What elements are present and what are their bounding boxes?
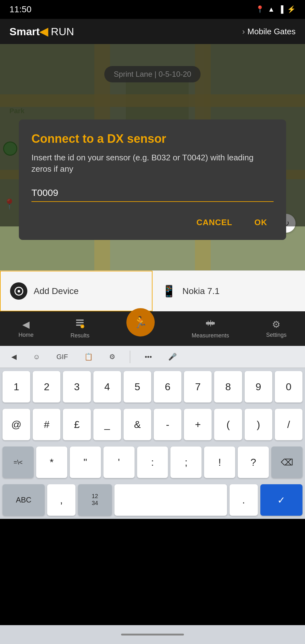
toolbar-divider: [130, 351, 130, 363]
key-9[interactable]: 9: [245, 371, 272, 402]
nav-measurements[interactable]: Measurements: [192, 318, 229, 339]
key-squote[interactable]: ': [103, 447, 135, 478]
key-close-paren[interactable]: ): [245, 409, 272, 440]
nav-results[interactable]: ✓ Results: [70, 318, 89, 339]
nokia-panel[interactable]: 📱 Nokia 7.1: [152, 271, 305, 311]
key-exclaim[interactable]: !: [204, 447, 235, 478]
nav-bar: ◀ Home ✓ Results 🏃 Measur: [0, 311, 305, 346]
space-key[interactable]: [114, 484, 227, 516]
cancel-button[interactable]: CANCEL: [190, 214, 239, 230]
svg-rect-10: [76, 322, 84, 323]
key-7[interactable]: 7: [184, 371, 212, 402]
nav-fab-button[interactable]: 🏃: [126, 308, 155, 336]
home-icon: ◀: [22, 319, 30, 330]
keyboard-more-button[interactable]: •••: [140, 350, 157, 364]
run-icon: 🏃: [133, 316, 147, 329]
settings-label: Settings: [266, 332, 286, 338]
key-0[interactable]: 0: [275, 371, 302, 402]
ok-button[interactable]: OK: [248, 214, 274, 230]
bottom-row: ABC , 1234 . ✓: [0, 481, 305, 519]
svg-rect-16: [210, 320, 211, 326]
nav-fab-container[interactable]: 🏃: [126, 321, 155, 336]
key-slash[interactable]: /: [275, 409, 302, 440]
keyboard-mic-button[interactable]: 🎤: [163, 350, 182, 364]
nav-settings[interactable]: ⚙ Settings: [266, 319, 286, 338]
key-comma[interactable]: ,: [47, 484, 75, 516]
key-abc[interactable]: ABC: [3, 484, 45, 516]
key-at[interactable]: @: [3, 409, 30, 440]
key-underscore[interactable]: _: [93, 409, 121, 440]
svg-rect-9: [76, 319, 84, 321]
settings-icon: ⚙: [272, 319, 280, 330]
status-time: 11:50: [9, 4, 31, 14]
results-icon: ✓: [75, 318, 85, 330]
key-special[interactable]: =\<: [3, 447, 34, 478]
key-8[interactable]: 8: [214, 371, 242, 402]
home-area: [0, 625, 305, 644]
key-2[interactable]: 2: [33, 371, 60, 402]
svg-rect-15: [208, 321, 208, 326]
signal-icon: ▐: [278, 5, 283, 14]
measurements-icon: [205, 318, 215, 330]
svg-rect-17: [212, 321, 213, 325]
keyboard-gif-button[interactable]: GIF: [51, 350, 73, 364]
key-dquote[interactable]: ": [70, 447, 101, 478]
key-question[interactable]: ?: [238, 447, 269, 478]
key-3[interactable]: 3: [63, 371, 91, 402]
add-device-panel[interactable]: Add Device: [0, 271, 152, 311]
app-header: Smart◀ RUN › Mobile Gates: [0, 19, 305, 44]
status-bar: 11:50 📍 ▲ ▐ ⚡: [0, 0, 305, 19]
home-label: Home: [19, 332, 34, 338]
nokia-label: Nokia 7.1: [182, 286, 219, 296]
enter-key[interactable]: ✓: [260, 484, 302, 516]
sensor-id-input[interactable]: [31, 184, 274, 202]
symbols-row-2: =\< * " ' : ; ! ? ⌫: [0, 443, 305, 481]
device-icon-inner: [14, 287, 23, 296]
key-1234[interactable]: 1234: [78, 484, 112, 516]
key-4[interactable]: 4: [93, 371, 121, 402]
key-minus[interactable]: -: [154, 409, 181, 440]
logo-run: RUN: [48, 25, 74, 37]
mobile-gates-label: Mobile Gates: [247, 27, 296, 36]
key-pound[interactable]: £: [63, 409, 91, 440]
key-period[interactable]: .: [230, 484, 258, 516]
nav-home[interactable]: ◀ Home: [19, 319, 34, 338]
key-5[interactable]: 5: [124, 371, 151, 402]
dialog-buttons: CANCEL OK: [31, 214, 274, 230]
key-asterisk[interactable]: *: [36, 447, 67, 478]
phone-icon: 📱: [162, 285, 176, 298]
keyboard-back-button[interactable]: ◀: [6, 350, 22, 364]
results-label: Results: [70, 332, 89, 339]
nav-chevron: ›: [242, 27, 245, 36]
home-indicator: [121, 634, 184, 636]
key-1[interactable]: 1: [3, 371, 30, 402]
backspace-key[interactable]: ⌫: [271, 447, 302, 478]
key-colon[interactable]: :: [137, 447, 168, 478]
keyboard-settings-button[interactable]: ⚙: [104, 350, 120, 364]
location-icon: 📍: [256, 5, 264, 14]
add-device-icon: [10, 282, 27, 300]
app-logo: Smart◀ RUN: [9, 25, 74, 38]
keyboard: ◀ ☺ GIF 📋 ⚙ ••• 🎤 1 2 3 4 5 6 7 8 9 0 @ …: [0, 346, 305, 519]
svg-text:✓: ✓: [81, 325, 84, 328]
add-device-label: Add Device: [34, 286, 79, 296]
key-plus[interactable]: +: [184, 409, 212, 440]
logo-arrow: ◀: [40, 25, 48, 37]
mobile-gates-nav[interactable]: › Mobile Gates: [242, 27, 296, 36]
status-icons: 📍 ▲ ▐ ⚡: [256, 5, 296, 14]
key-open-paren[interactable]: (: [214, 409, 242, 440]
keyboard-toolbar: ◀ ☺ GIF 📋 ⚙ ••• 🎤: [0, 346, 305, 368]
dialog-body: Insert the id on your sensor (e.g. B032 …: [31, 152, 274, 175]
dialog-title: Connect to a DX sensor: [31, 132, 274, 146]
key-ampersand[interactable]: &: [124, 409, 151, 440]
keyboard-clipboard-button[interactable]: 📋: [79, 350, 98, 364]
key-hash[interactable]: #: [33, 409, 60, 440]
number-row: 1 2 3 4 5 6 7 8 9 0: [0, 368, 305, 406]
symbols-row-1: @ # £ _ & - + ( ) /: [0, 406, 305, 443]
key-semicolon[interactable]: ;: [170, 447, 202, 478]
bottom-panel: Add Device 📱 Nokia 7.1: [0, 270, 305, 311]
keyboard-emoji-button[interactable]: ☺: [28, 350, 45, 364]
key-6[interactable]: 6: [154, 371, 181, 402]
measurements-label: Measurements: [192, 332, 229, 339]
logo-smart: Smart: [9, 25, 40, 37]
